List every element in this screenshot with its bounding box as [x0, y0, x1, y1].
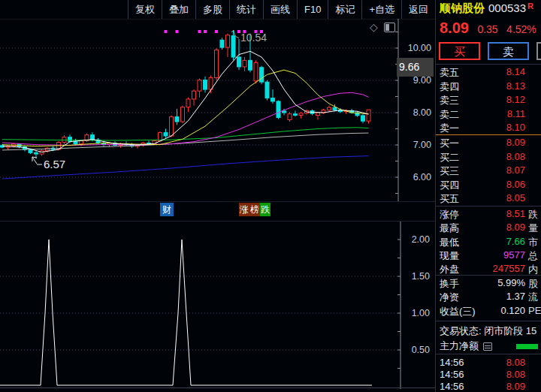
svg-text:1.50: 1.50 [412, 271, 430, 282]
toolbar-button-5[interactable]: 画线 [263, 0, 297, 19]
stock-code: 000533 [488, 2, 526, 14]
trade-tick-3-value: 8.09 [506, 381, 525, 392]
sub-chart[interactable]: 2.001.501.000.50 [0, 221, 435, 389]
stat2-1-label: 换手 [440, 277, 459, 291]
stat-3-value: 7.66 [506, 236, 525, 247]
stat-2-label: 最高 [440, 222, 459, 235]
ask-level-4-label: 卖四 [440, 80, 459, 94]
trade-tick-1-value: 8.08 [506, 357, 525, 368]
indicator-tag-row: 财 涨榜跌 [0, 201, 435, 221]
bid-level-4-label: 买四 [440, 179, 459, 192]
capital-flow-bar [516, 344, 538, 349]
stat2-2-side-label: 流 [528, 291, 538, 304]
stock-title: 顺钠股份000533R [440, 2, 533, 16]
indicator-line [0, 240, 372, 385]
svg-text:9.00: 9.00 [413, 75, 431, 86]
ask-level-1-label: 卖一 [440, 122, 459, 135]
stat-3-label: 最低 [440, 236, 459, 249]
ask-level-5-value: 8.14 [506, 66, 525, 77]
buy-button[interactable]: 买 [439, 42, 480, 60]
toolbar-button-2[interactable]: 叠加 [162, 0, 195, 19]
extra-trade-button[interactable] [536, 42, 541, 60]
bid-level-1-label: 买一 [440, 137, 459, 150]
tab-updown-indicator-3[interactable]: 跌 [260, 203, 270, 216]
stat-5-value: 247557 [493, 263, 525, 274]
tab-updown-indicator-1[interactable]: 涨 [239, 203, 249, 216]
stat-1-value: 8.51 [506, 208, 525, 219]
trading-status: 交易状态: 闭市阶段 15 [440, 324, 536, 338]
trade-tick-2-value: 8.08 [506, 369, 525, 380]
price-row: 8.09 0.35 4.52% [440, 20, 536, 37]
svg-text:6.00: 6.00 [413, 172, 431, 182]
stat2-2-value: 1.37 [506, 291, 525, 302]
margin-flag: R [527, 2, 533, 11]
svg-text:6.57: 6.57 [44, 158, 65, 170]
panel-toggle-icon[interactable] [384, 23, 395, 32]
bid-level-3-label: 买三 [440, 164, 459, 178]
stat-1-side-label: 跌 [528, 208, 538, 222]
stat2-1-value: 5.99% [497, 277, 525, 288]
tab-updown-indicator-2[interactable]: 榜 [249, 203, 260, 216]
bid-level-2-value: 8.08 [506, 151, 525, 162]
last-price: 8.09 [440, 20, 469, 36]
toolbar: 复权叠加多股统计画线F10标记+自选返回 [0, 0, 435, 20]
bid-level-2-label: 买二 [440, 151, 459, 164]
stock-app: 复权叠加多股统计画线F10标记+自选返回 10.009.008.007.006.… [0, 0, 541, 392]
tab-financial-indicator[interactable]: 财 [160, 203, 174, 216]
bid-level-1-value: 8.09 [506, 137, 525, 148]
trade-tick-2-label: 14:56 [440, 369, 464, 380]
svg-text:7.00: 7.00 [413, 140, 431, 150]
stat-4-label: 现量 [440, 249, 459, 263]
sell-button[interactable]: 卖 [488, 42, 529, 60]
ask-level-1-value: 8.10 [506, 122, 525, 133]
quote-panel: 顺钠股份000533R 8.09 0.35 4.52% 买 卖 卖五8.14卖四… [435, 0, 541, 392]
trade-tick-3-label: 14:56 [440, 381, 464, 392]
svg-text:10.00: 10.00 [408, 43, 431, 53]
ask-level-3-value: 8.12 [506, 94, 525, 105]
crosshair-price-label: 9.66 [397, 58, 434, 77]
toolbar-button-3[interactable]: 多股 [195, 0, 229, 19]
toolbar-button-9[interactable]: 返回 [401, 0, 435, 19]
ask-level-3-label: 卖三 [440, 94, 459, 107]
main-chart[interactable]: 10.009.008.007.006.0010.546.57 ◇ 9.66 [0, 19, 435, 202]
ask-level-2-label: 卖二 [440, 108, 459, 122]
trade-tick-1-label: 14:56 [440, 357, 464, 368]
diamond-icon[interactable]: ◇ [370, 22, 378, 32]
stat-3-side-label: 市 [528, 236, 538, 249]
bid-level-3-value: 8.07 [506, 164, 525, 176]
toolbar-button-6[interactable]: F10 [297, 0, 328, 19]
ask-level-2-value: 8.11 [507, 108, 525, 119]
ask-level-4-value: 8.13 [506, 80, 525, 92]
stat2-3-label: 收益(三) [440, 305, 476, 318]
svg-text:1.00: 1.00 [412, 308, 430, 318]
main-capital-flow-row: 主力净额 [440, 339, 538, 353]
bid-level-5-label: 买五 [440, 192, 459, 206]
ask-level-5-label: 卖五 [440, 66, 459, 80]
stat-2-value: 8.09 [506, 222, 525, 233]
indicator-chart[interactable]: 2.001.501.000.50 [0, 222, 435, 389]
stat-1-label: 涨停 [440, 208, 459, 222]
stat2-3-value: 0.120 [500, 305, 525, 316]
price-change: 0.35 [477, 23, 497, 35]
toolbar-button-1[interactable]: 复权 [128, 0, 162, 19]
svg-text:8.00: 8.00 [413, 107, 431, 118]
ma-white [2, 51, 369, 152]
svg-text:2.00: 2.00 [412, 234, 430, 245]
main-capital-flow-label: 主力净额 [440, 339, 479, 353]
price-change-pct: 4.52% [506, 23, 536, 35]
toolbar-button-7[interactable]: 标记 [328, 0, 361, 19]
stat-4-value: 9577 [503, 249, 525, 261]
stat2-3-side-label: PE [528, 305, 541, 316]
stat-4-side-label: 总 [528, 249, 538, 263]
detail-list-icon[interactable] [483, 342, 492, 351]
toolbar-button-8[interactable]: +自选 [361, 0, 401, 19]
bid-level-5-value: 8.05 [506, 192, 525, 204]
ma-green [2, 128, 369, 140]
svg-text:0.50: 0.50 [412, 345, 430, 355]
stock-name: 顺钠股份 [440, 2, 485, 14]
candlestick-chart[interactable]: 10.009.008.007.006.0010.546.57 [0, 19, 435, 201]
stat2-1-side-label: 股 [528, 277, 538, 291]
toolbar-button-4[interactable]: 统计 [229, 0, 263, 19]
bid-level-4-value: 8.06 [506, 179, 525, 190]
svg-text:10.54: 10.54 [240, 32, 267, 44]
